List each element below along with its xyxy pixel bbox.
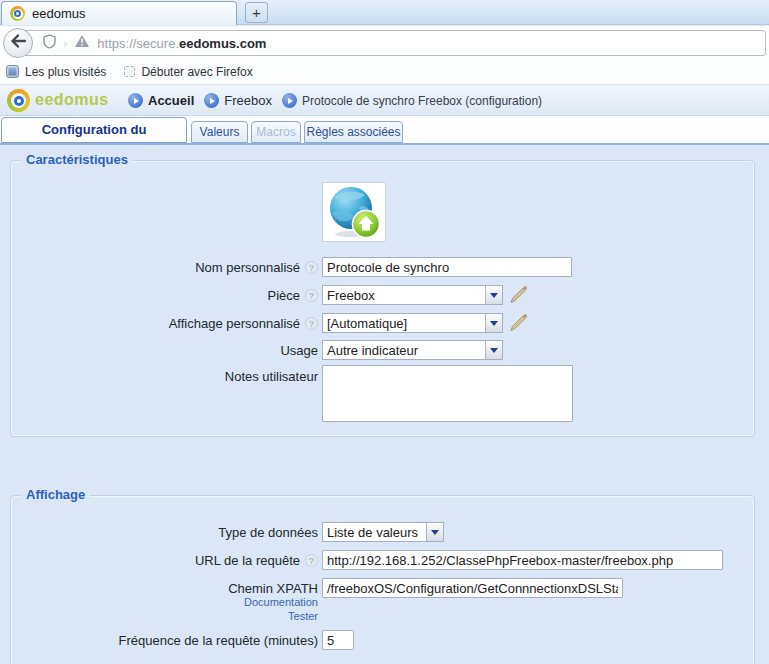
- browser-tab-eedomus[interactable]: eedomus: [1, 1, 237, 25]
- field-label: Chemin XPATH: [228, 581, 318, 596]
- name-input[interactable]: [322, 257, 572, 277]
- display-select[interactable]: [Automatique]: [322, 313, 503, 333]
- field-label: URL de la requête: [195, 553, 300, 568]
- browser-tab-title: eedomus: [32, 6, 85, 21]
- warning-triangle-icon[interactable]: [74, 34, 90, 52]
- bookmark-label: Débuter avec Firefox: [141, 65, 252, 79]
- section-legend: Caractéristiques: [21, 152, 133, 167]
- url-domain: eedomus.com: [179, 36, 266, 51]
- navigation-toolbar: › https://secure.eedomus.com: [0, 26, 769, 59]
- most-visited-icon: [6, 65, 19, 78]
- bookmarks-bar: Les plus visités Débuter avec Firefox: [0, 59, 769, 85]
- field-label-row: Nom personnalisé ?: [10, 257, 318, 277]
- url-text[interactable]: https://secure.eedomus.com: [97, 36, 266, 51]
- url-separator: ›: [63, 36, 67, 51]
- page-tab-strip: Configuration du périphérique Valeurs Ma…: [0, 116, 769, 145]
- field-label-row: Usage: [10, 340, 318, 360]
- bookmark-most-visited[interactable]: Les plus visités: [6, 65, 106, 79]
- field-label-row: Affichage personnalisé ?: [10, 313, 318, 333]
- section-legend: Affichage: [21, 487, 90, 502]
- device-icon[interactable]: [322, 182, 386, 242]
- dropdown-arrow-icon: [426, 523, 443, 541]
- tab-regles-associees[interactable]: Règles associées: [304, 121, 403, 143]
- help-icon[interactable]: ?: [305, 317, 318, 330]
- help-icon[interactable]: ?: [305, 261, 318, 274]
- breadcrumb-label: Accueil: [148, 93, 194, 108]
- globe-home-icon: [326, 185, 382, 239]
- breadcrumb-freebox[interactable]: Freebox: [204, 93, 272, 108]
- tab-configuration-peripherique[interactable]: Configuration du périphérique: [1, 117, 187, 143]
- field-label-row: Pièce ?: [10, 285, 318, 305]
- data-type-select-value: Liste de valeurs: [323, 525, 426, 540]
- frequency-input[interactable]: [322, 630, 354, 650]
- field-label: Pièce: [267, 288, 300, 303]
- dropdown-arrow-icon: [485, 341, 502, 359]
- breadcrumb-label: Protocole de synchro Freebox (configurat…: [302, 94, 542, 108]
- eedomus-logo-icon[interactable]: [7, 89, 30, 112]
- field-label: Nom personnalisé: [195, 260, 300, 275]
- eedomus-logo-text[interactable]: eedomus: [35, 91, 109, 109]
- documentation-link[interactable]: Documentation: [10, 596, 318, 608]
- field-label-row: Type de données: [10, 522, 318, 542]
- bookmark-getting-started[interactable]: Débuter avec Firefox: [124, 65, 252, 79]
- help-icon[interactable]: ?: [305, 289, 318, 302]
- tester-link[interactable]: Tester: [10, 610, 318, 622]
- back-arrow-icon: [10, 34, 26, 52]
- browser-window: eedomus + › https://secure.eedomus.com L…: [0, 0, 769, 664]
- breadcrumb-current-page[interactable]: Protocole de synchro Freebox (configurat…: [282, 93, 542, 108]
- request-url-input[interactable]: [322, 550, 723, 570]
- eedomus-favicon-icon: [10, 6, 25, 21]
- tab-macros: Macros: [251, 121, 301, 143]
- dashed-placeholder-icon: [124, 66, 135, 77]
- field-label-row: Fréquence de la requête (minutes): [10, 630, 318, 650]
- url-scheme: https://secure.: [97, 36, 179, 51]
- field-label-row: Notes utilisateur: [10, 366, 318, 386]
- field-label: Fréquence de la requête (minutes): [119, 633, 318, 648]
- bookmark-label: Les plus visités: [25, 65, 106, 79]
- usage-select-value: Autre indicateur: [323, 343, 485, 358]
- tab-valeurs[interactable]: Valeurs: [191, 121, 248, 143]
- field-label-row: URL de la requête ?: [10, 550, 318, 570]
- display-edit-button[interactable]: [509, 313, 529, 333]
- room-select[interactable]: Freebox: [322, 285, 503, 305]
- field-label: Usage: [280, 343, 318, 358]
- site-header: eedomus Accueil Freebox Protocole de syn…: [0, 85, 769, 116]
- xpath-input[interactable]: [322, 578, 623, 598]
- breadcrumb-arrow-icon: [282, 93, 297, 108]
- dropdown-arrow-icon: [485, 314, 502, 332]
- field-label-row: Chemin XPATH: [10, 578, 318, 598]
- breadcrumb: Accueil Freebox Protocole de synchro Fre…: [128, 85, 542, 116]
- breadcrumb-home[interactable]: Accueil: [128, 93, 194, 108]
- display-select-value: [Automatique]: [323, 316, 485, 331]
- url-bar[interactable]: › https://secure.eedomus.com: [16, 30, 766, 56]
- breadcrumb-label: Freebox: [224, 93, 272, 108]
- room-select-value: Freebox: [323, 288, 485, 303]
- shield-icon[interactable]: [43, 34, 56, 53]
- new-tab-button[interactable]: +: [245, 2, 268, 23]
- dropdown-arrow-icon: [485, 286, 502, 304]
- usage-select[interactable]: Autre indicateur: [322, 340, 503, 360]
- browser-tab-bar: eedomus +: [0, 0, 769, 25]
- back-button[interactable]: [3, 28, 33, 58]
- breadcrumb-arrow-icon: [128, 93, 143, 108]
- room-edit-button[interactable]: [509, 285, 529, 305]
- field-label: Type de données: [218, 525, 318, 540]
- breadcrumb-arrow-icon: [204, 93, 219, 108]
- data-type-select[interactable]: Liste de valeurs: [322, 522, 444, 542]
- help-icon[interactable]: ?: [305, 554, 318, 567]
- field-label: Notes utilisateur: [225, 369, 318, 384]
- field-label: Affichage personnalisé: [169, 316, 300, 331]
- notes-textarea[interactable]: [322, 365, 573, 422]
